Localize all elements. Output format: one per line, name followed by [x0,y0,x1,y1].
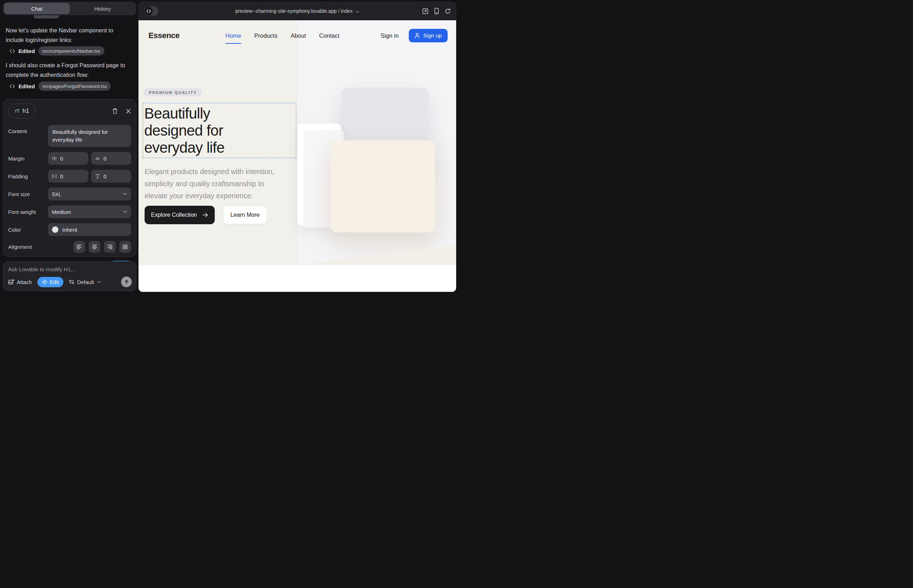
preview-path: index [341,8,353,14]
margin-horizontal-icon [52,156,57,161]
padding-horizontal-input[interactable]: 0 [48,170,88,183]
chat-history-tabbar: Chat History [3,2,136,15]
refresh-icon[interactable] [445,8,451,14]
decor-card-beige [330,140,435,233]
edit-mode-button[interactable]: Edit [37,277,64,287]
arrow-right-icon [202,213,208,218]
color-select[interactable]: Inherit [48,223,131,236]
site-preview: Essence Home Products About Contact Sign… [139,20,456,292]
font-weight-label: Font weight [8,209,48,215]
code-view-toggle[interactable] [144,6,159,16]
content-label: Content [8,128,48,134]
align-justify-button[interactable] [119,241,131,253]
attach-image-icon [8,279,14,285]
hero-heading[interactable]: Beautifully designed for everyday life [144,105,224,156]
nav-link-about[interactable]: About [291,32,306,44]
edit-action-label: Edited [18,83,35,89]
attach-button[interactable]: Attach [8,279,32,285]
sliders-icon [69,279,74,284]
close-panel-button[interactable] [126,108,131,114]
edited-file-row: Edited src/pages/ForgotPassword.tsx [10,81,111,91]
hero-paragraph: Elegant products designed with intention… [144,165,275,202]
chevron-down-icon [97,281,101,283]
chat-composer: Ask Lovable to modify H1... Attach Edit … [3,261,136,291]
code-icon [10,84,15,89]
tab-history[interactable]: History [70,3,136,14]
scrolled-chip-overflow: · · [34,15,59,18]
margin-vertical-input[interactable]: 0 [91,152,131,165]
padding-horizontal-icon [52,174,57,179]
preview-domain: preview--charming-site-symphony.lovable.… [235,8,337,14]
hero-badge: PREMIUM QUALITY [144,88,202,97]
element-tag-label: h1 [23,108,29,115]
selected-element-pill[interactable]: ᴛT h1 [8,103,36,118]
user-icon [414,33,420,39]
padding-label: Padding [8,173,48,179]
chevron-down-icon [123,210,127,213]
delete-element-button[interactable] [112,108,118,114]
learn-more-button[interactable]: Learn More [223,206,267,224]
nav-link-contact[interactable]: Contact [319,32,339,44]
next-section [139,265,456,292]
nav-link-products[interactable]: Products [254,32,277,44]
align-center-button[interactable] [89,241,100,253]
element-editor-panel: ᴛT h1 Content Beautifully designed for e… [3,99,136,257]
open-external-icon[interactable] [423,8,428,14]
margin-vertical-icon [95,156,100,161]
edit-action-label: Edited [18,48,35,54]
content-input[interactable]: Beautifully designed for everyday life [48,125,131,147]
chat-message: I should also create a Forgot Password p… [6,60,132,80]
align-right-button[interactable] [104,241,116,253]
padding-vertical-input[interactable]: 0 [91,170,131,183]
edited-file-chip[interactable]: src/pages/ForgotPassword.tsx [39,81,111,91]
color-label: Color [8,227,48,233]
font-size-select[interactable]: 5XL [48,187,131,200]
code-icon [10,49,15,53]
sign-in-link[interactable]: Sign in [380,32,398,39]
nav-link-home[interactable]: Home [225,32,241,44]
url-separator: / [337,8,341,14]
chevron-down-icon [355,11,359,13]
chevron-down-icon [123,192,127,195]
text-type-icon: ᴛT [15,108,19,114]
site-navbar: Essence Home Products About Contact Sign… [139,20,456,53]
margin-horizontal-input[interactable]: 0 [48,152,88,165]
edited-file-chip[interactable]: src/components/Navbar.tsx [39,46,104,55]
margin-label: Margin [8,155,48,162]
color-swatch-transparent [52,226,58,233]
mode-select[interactable]: Default [69,279,101,285]
align-left-button[interactable] [73,241,85,253]
url-bar[interactable]: preview--charming-site-symphony.lovable.… [139,8,456,14]
code-icon [144,6,153,16]
explore-collection-button[interactable]: Explore Collection [144,206,215,224]
alignment-label: Alignment [8,244,48,250]
site-logo[interactable]: Essence [149,31,180,40]
font-size-label: Font size [8,191,48,197]
preview-toolbar: preview--charming-site-symphony.lovable.… [139,2,456,20]
send-button[interactable] [121,276,132,287]
target-icon [42,279,47,285]
composer-input[interactable]: Ask Lovable to modify H1... [8,266,131,273]
mobile-view-icon[interactable] [434,8,439,14]
edited-file-row: Edited src/components/Navbar.tsx [10,46,104,55]
preview-window: preview--charming-site-symphony.lovable.… [139,2,456,292]
tab-chat[interactable]: Chat [4,3,70,14]
chat-message: Now let's update the Navbar component to… [6,26,132,45]
padding-vertical-icon [95,174,100,179]
sign-up-button[interactable]: Sign up [409,29,448,42]
font-weight-select[interactable]: Medium [48,205,131,218]
